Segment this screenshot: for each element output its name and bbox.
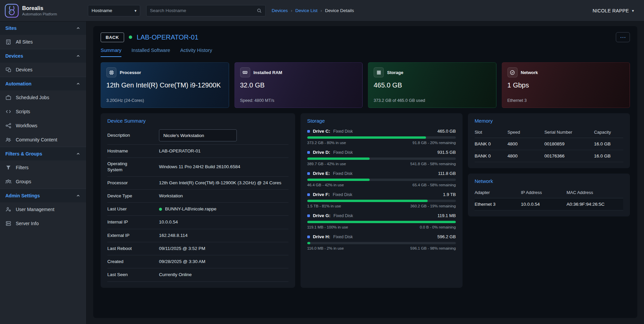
column-header: Capacity xyxy=(594,126,623,138)
brand-name: Borealis xyxy=(22,5,57,11)
row-label: Device Type xyxy=(107,193,143,199)
search-input[interactable] xyxy=(150,8,257,13)
summary-row-last-user: Last User BUNNY-LAB\nicole.rappe xyxy=(107,203,288,216)
section-label: Filters & Groups xyxy=(5,151,42,156)
community-content-icon xyxy=(5,137,11,143)
summary-row-internal-ip: Internal IP 10.0.0.54 xyxy=(107,216,288,229)
chevron-up-icon xyxy=(75,81,81,86)
drive-icon xyxy=(307,172,310,175)
row-value: 162.248.8.114 xyxy=(159,232,288,239)
sidebar-item-label: Scripts xyxy=(16,109,30,114)
chevron-down-icon: ▾ xyxy=(135,8,137,13)
sidebar-item-server-info[interactable]: Server Info xyxy=(0,216,86,231)
network-table-row: Ethernet 3 10.0.0.54 A0:36:9F:94:26:5C xyxy=(475,198,623,210)
sidebar-section-header-sites[interactable]: Sites xyxy=(0,21,86,35)
drive-remaining: 65.4 GB - 58% remaining xyxy=(413,183,456,187)
ram-icon xyxy=(240,67,250,77)
section-label: Sites xyxy=(5,25,16,31)
drive-type: Fixed Disk xyxy=(333,235,353,239)
drive-remaining: 0.0 B - 0% remaining xyxy=(420,225,455,229)
sidebar: Sites All Sites Devices Devices xyxy=(0,21,87,324)
sidebar-item-user-management[interactable]: User Management xyxy=(0,202,86,216)
sidebar-section-header-admin-settings[interactable]: Admin Settings xyxy=(0,189,86,202)
processor-icon xyxy=(106,67,116,77)
stat-card-label: Storage xyxy=(387,70,403,75)
memory-serial: 00176366 xyxy=(544,150,594,162)
breadcrumb-devices[interactable]: Devices xyxy=(272,8,288,13)
scheduled-jobs-icon xyxy=(5,94,11,101)
brand-text: Borealis Automation Platform xyxy=(22,5,57,16)
sidebar-item-label: Community Content xyxy=(16,137,57,142)
sidebar-item-scripts[interactable]: Scripts xyxy=(0,105,86,119)
sidebar-item-community-content[interactable]: Community Content xyxy=(0,133,86,147)
drive-name: Drive D: xyxy=(313,150,330,155)
summary-row-hostname: Hostname LAB-OPERATOR-01 xyxy=(107,145,288,158)
drive-size: 111.8 GB xyxy=(438,171,456,176)
sidebar-item-scheduled-jobs[interactable]: Scheduled Jobs xyxy=(0,90,86,105)
sidebar-item-label: User Management xyxy=(16,207,54,212)
more-options-button[interactable]: ⋯ xyxy=(616,32,630,42)
sidebar-item-label: Workflows xyxy=(16,123,37,128)
drive-row-e: Drive E: Fixed Disk 111.8 GB 46.4 GB - 4… xyxy=(307,171,456,187)
drive-name: Drive H: xyxy=(313,234,330,239)
drive-type: Fixed Disk xyxy=(333,150,353,155)
sidebar-item-filters[interactable]: Filters xyxy=(0,160,86,175)
breadcrumb-separator-icon: › xyxy=(291,8,292,13)
panel-title: Device Summary xyxy=(107,118,288,124)
sidebar-item-devices[interactable]: Devices xyxy=(0,63,86,77)
back-button[interactable]: BACK xyxy=(101,33,124,42)
section-label: Automation xyxy=(5,81,32,86)
drive-used: 389.7 GB - 42% in use xyxy=(307,162,346,166)
drive-icon xyxy=(307,130,310,133)
drive-remaining: 541.8 GB - 58% remaining xyxy=(410,162,456,166)
row-value: Windows 11 Pro 24H2 Build 26100.6584 xyxy=(159,164,288,170)
row-value: 12th Gen Intel(R) Core(TM) i9-12900K (3.… xyxy=(159,180,288,186)
tab-installed-software[interactable]: Installed Software xyxy=(131,48,170,57)
summary-row-created: Created 09/28/2025 @ 3:30 AM xyxy=(107,255,288,268)
sidebar-item-workflows[interactable]: Workflows xyxy=(0,119,86,133)
stat-card-footer: 373.2 GB of 465.0 GB used xyxy=(374,98,491,103)
sidebar-item-label: Server Info xyxy=(16,221,39,226)
stat-card-footer: 3.20GHz (24-Cores) xyxy=(106,98,223,103)
drive-type: Fixed Disk xyxy=(333,213,353,218)
stat-card-value: 12th Gen Intel(R) Core(TM) i9-12900K xyxy=(106,81,223,89)
stat-card-processor: Processor 12th Gen Intel(R) Core(TM) i9-… xyxy=(101,62,229,108)
memory-slot: BANK 0 xyxy=(475,138,507,150)
sidebar-section-header-devices[interactable]: Devices xyxy=(0,49,86,63)
description-input[interactable] xyxy=(159,129,237,141)
stat-card-footer: Ethernet 3 xyxy=(507,98,625,103)
drive-size: 465.0 GB xyxy=(437,129,456,134)
row-label: Description xyxy=(107,132,143,138)
chevron-up-icon xyxy=(75,25,81,31)
sidebar-section-header-filters-groups[interactable]: Filters & Groups xyxy=(0,147,86,160)
stat-card-value: 32.0 GB xyxy=(240,81,357,89)
drive-icon xyxy=(307,214,310,217)
drive-size: 119.1 MB xyxy=(437,213,456,218)
breadcrumb-device-list[interactable]: Device List xyxy=(296,8,318,13)
tab-summary[interactable]: Summary xyxy=(101,48,121,57)
sidebar-item-all-sites[interactable]: All Sites xyxy=(0,35,86,49)
panel-title: Network xyxy=(475,178,623,184)
row-label: Internal IP xyxy=(107,219,143,225)
search-icon[interactable] xyxy=(257,8,262,13)
search-field-dropdown[interactable]: Hostname ▾ xyxy=(88,5,140,16)
drive-used: 119.1 MB - 100% in use xyxy=(307,225,348,229)
stat-card-label: Installed RAM xyxy=(254,70,282,75)
device-title: LAB-OPERATOR-01 xyxy=(137,34,199,41)
row-value: 10.0.0.54 xyxy=(159,219,288,225)
sidebar-section-admin-settings: Admin Settings User Management Server In… xyxy=(0,189,86,231)
drive-row-g: Drive G: Fixed Disk 119.1 MB 119.1 MB - … xyxy=(307,213,456,229)
sidebar-item-groups[interactable]: Groups xyxy=(0,175,86,189)
search-field-dropdown-value: Hostname xyxy=(92,8,112,13)
row-label: External IP xyxy=(107,233,143,239)
drive-type: Fixed Disk xyxy=(333,192,352,197)
tab-activity-history[interactable]: Activity History xyxy=(180,48,212,57)
memory-slot: BANK 0 xyxy=(475,150,507,162)
app-root: Borealis Automation Platform Hostname ▾ … xyxy=(0,0,644,324)
sites-icon xyxy=(5,39,11,45)
drive-usage-bar xyxy=(307,179,456,181)
sidebar-section-header-automation[interactable]: Automation xyxy=(0,77,86,90)
user-menu[interactable]: NICOLE RAPPE ▾ xyxy=(593,8,644,13)
column-header: Speed xyxy=(507,126,544,138)
column-header: Adapter xyxy=(475,187,521,198)
